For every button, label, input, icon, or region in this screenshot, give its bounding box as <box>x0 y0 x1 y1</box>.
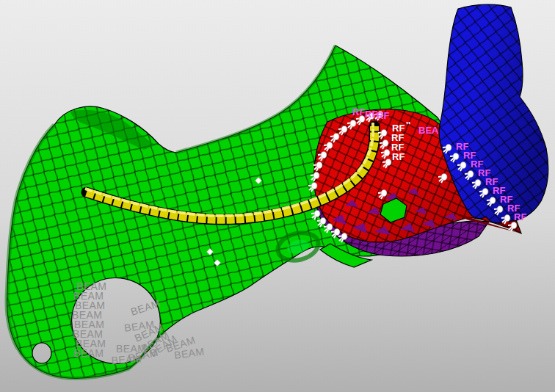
rf-label: RF <box>392 151 405 162</box>
bea-label: BEA <box>418 125 439 136</box>
rf-ticks: '' <box>406 120 410 131</box>
beam-label: BEAM <box>73 347 104 359</box>
rf-label: RF <box>377 110 389 121</box>
rf-label: RF <box>365 109 377 120</box>
rf-label: RF <box>352 106 365 117</box>
model-canvas[interactable]: BEAM BEAM BEAM BEAM BEAM BEAM BEAM BEAM … <box>0 0 555 392</box>
mesh-viewport[interactable]: BEAM BEAM BEAM BEAM BEAM BEAM BEAM BEAM … <box>0 0 555 392</box>
rf-label: RF <box>514 211 526 222</box>
beam-label: BEAM <box>111 352 142 366</box>
beam-label: BEAM <box>129 297 162 318</box>
